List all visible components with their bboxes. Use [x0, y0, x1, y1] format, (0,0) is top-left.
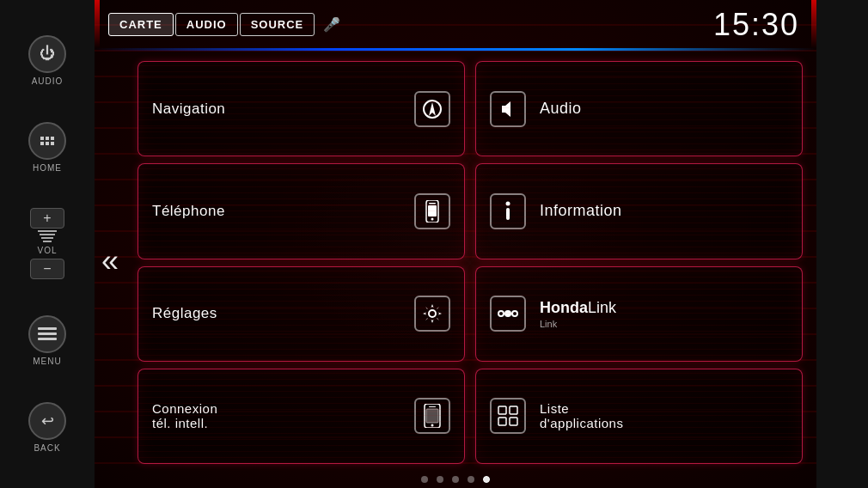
dot-2 — [437, 476, 443, 483]
tab-carte[interactable]: CARTE — [108, 13, 174, 36]
main-screen: CARTE AUDIO SOURCE 🎤 15:30 « Navigation — [95, 0, 816, 488]
audio-icon — [490, 91, 526, 127]
svg-point-24 — [512, 311, 517, 316]
telephone-button[interactable]: Téléphone — [138, 163, 465, 259]
svg-rect-5 — [51, 142, 54, 145]
dot-1 — [421, 476, 428, 483]
svg-rect-21 — [506, 208, 510, 220]
svg-rect-12 — [429, 203, 436, 204]
back-label: BACK — [34, 443, 60, 453]
home-button[interactable]: HOME — [28, 122, 66, 173]
navigation-icon — [414, 91, 450, 127]
audio-power-button[interactable]: ⏻ AUDIO — [28, 35, 66, 86]
audio-label: Audio — [540, 100, 582, 118]
content-area: « Navigation Téléphone — [95, 51, 816, 471]
honda-link-word: Link — [588, 299, 616, 317]
svg-rect-13 — [428, 205, 437, 217]
right-menu-column: Audio Information — [475, 61, 803, 464]
reglages-icon — [414, 296, 450, 332]
svg-point-20 — [506, 201, 510, 205]
left-menu-column: Navigation Téléphone — [138, 61, 465, 464]
dot-3 — [452, 476, 459, 483]
volume-icon — [38, 230, 57, 242]
top-bar: CARTE AUDIO SOURCE 🎤 15:30 — [95, 0, 816, 48]
svg-point-23 — [498, 311, 504, 316]
navigation-button[interactable]: Navigation — [138, 61, 465, 156]
vol-label: VOL — [37, 246, 57, 255]
svg-rect-27 — [498, 406, 506, 414]
back-button[interactable]: ↩ BACK — [28, 402, 66, 453]
volume-group: + VOL − — [30, 208, 64, 279]
svg-rect-28 — [510, 406, 517, 414]
honda-bold: Honda — [540, 299, 588, 317]
connexion-icon — [414, 398, 450, 434]
svg-rect-4 — [46, 142, 49, 145]
telephone-label: Téléphone — [152, 203, 225, 220]
volume-down-button[interactable]: − — [30, 259, 64, 279]
svg-point-19 — [431, 424, 434, 427]
svg-rect-29 — [498, 418, 506, 425]
dot-4 — [468, 476, 474, 483]
clock-display: 15:30 — [713, 7, 799, 43]
back-icon: ↩ — [28, 402, 66, 440]
honda-link-sublabel: Link — [540, 319, 557, 329]
information-label: Information — [540, 202, 622, 220]
back-chevron-button[interactable]: « — [101, 246, 119, 277]
tab-group: CARTE AUDIO SOURCE 🎤 — [108, 13, 340, 36]
home-label: HOME — [33, 163, 62, 173]
svg-rect-17 — [429, 406, 436, 407]
audio-button[interactable]: Audio — [475, 61, 803, 156]
information-icon — [490, 193, 526, 229]
power-icon: ⏻ — [28, 35, 66, 73]
svg-rect-7 — [38, 332, 57, 335]
right-panel — [816, 0, 868, 488]
svg-rect-2 — [51, 137, 54, 140]
menu-label: MENU — [33, 357, 61, 366]
menu-button[interactable]: MENU — [28, 315, 66, 366]
apps-button[interactable]: Liste d'applications — [475, 369, 803, 464]
hondalink-icon — [490, 296, 526, 332]
svg-point-22 — [504, 310, 511, 317]
svg-marker-10 — [429, 102, 436, 116]
connexion-label: Connexion tél. intell. — [152, 401, 217, 430]
navigation-label: Navigation — [152, 101, 225, 118]
red-accent-right — [811, 0, 816, 48]
hondalink-button[interactable]: HondaLink Link — [475, 266, 803, 362]
red-accent-left — [95, 0, 100, 48]
svg-rect-0 — [40, 137, 44, 140]
svg-rect-6 — [38, 327, 57, 330]
information-button[interactable]: Information — [475, 163, 803, 259]
svg-rect-8 — [38, 338, 57, 340]
left-controls: ⏻ AUDIO HOME + — [0, 0, 95, 488]
connexion-button[interactable]: Connexion tél. intell. — [138, 369, 465, 464]
reglages-button[interactable]: Réglages — [138, 266, 465, 362]
volume-up-button[interactable]: + — [30, 208, 64, 229]
audio-label: AUDIO — [32, 76, 64, 86]
svg-rect-18 — [426, 409, 438, 423]
svg-point-14 — [431, 217, 434, 220]
svg-rect-3 — [40, 142, 44, 145]
apps-label: Liste d'applications — [540, 401, 623, 430]
home-icon — [28, 122, 66, 160]
menu-icon — [28, 315, 66, 353]
svg-rect-30 — [510, 418, 517, 425]
telephone-icon — [414, 193, 450, 229]
outer-frame: ⏻ AUDIO HOME + — [0, 0, 868, 488]
hondalink-text: HondaLink Link — [540, 299, 616, 329]
dot-5-active — [483, 476, 490, 483]
tab-audio[interactable]: AUDIO — [175, 13, 238, 36]
microphone-icon: 🎤 — [323, 16, 340, 33]
tab-source[interactable]: SOURCE — [240, 13, 315, 36]
reglages-label: Réglages — [152, 305, 217, 322]
apps-icon — [490, 398, 526, 434]
pagination — [95, 471, 816, 488]
svg-point-15 — [429, 310, 436, 317]
svg-rect-1 — [46, 137, 49, 140]
